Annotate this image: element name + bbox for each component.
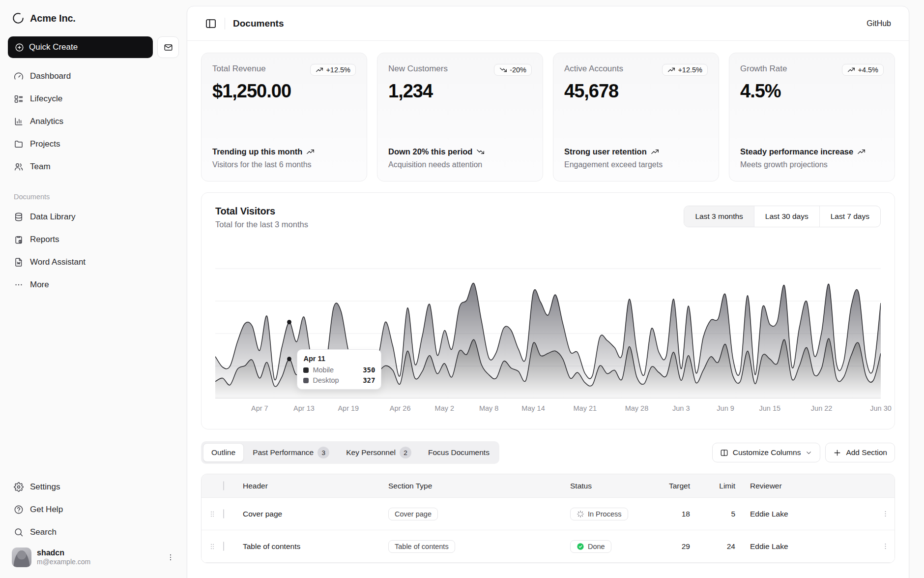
x-tick-jun-22: Jun 22 [811, 404, 833, 412]
stat-card-value: 4.5% [740, 81, 884, 102]
sidebar-item-team[interactable]: Team [8, 155, 179, 178]
x-tick-may-8: May 8 [479, 404, 499, 412]
status-badge: In Process [570, 508, 628, 520]
row-reviewer: Eddie Lake [748, 510, 876, 518]
sidebar-item-word-assistant[interactable]: Word Assistant [8, 251, 179, 274]
user-menu[interactable]: shadcn m@example.com [8, 544, 179, 571]
row-limit: 5 [703, 510, 748, 518]
panel-left-icon[interactable] [205, 18, 217, 30]
tab-count-badge: 2 [400, 447, 411, 458]
visitors-area-chart[interactable]: Apr 11 Mobile 350 Desktop 327 [215, 245, 881, 398]
col-status: Status [568, 482, 662, 490]
row-header[interactable]: Cover page [241, 510, 386, 518]
tab-outline[interactable]: Outline [203, 443, 244, 462]
status-badge: Done [570, 540, 611, 553]
col-section-type: Section Type [386, 482, 568, 490]
series-value: 350 [363, 366, 375, 374]
sidebar-item-data-library[interactable]: Data Library [8, 206, 179, 228]
user-email: m@example.com [37, 558, 161, 567]
x-tick-jun-30: Jun 30 [870, 404, 892, 412]
dots-vertical-icon[interactable] [166, 553, 175, 562]
check-circle-icon [577, 543, 584, 550]
database-icon [14, 212, 24, 222]
stat-card-label: New Customers [388, 64, 448, 74]
col-limit: Limit [703, 482, 748, 490]
tab-past-performance[interactable]: Past Performance 3 [245, 443, 337, 462]
brand[interactable]: Acme Inc. [8, 9, 179, 28]
tooltip-row: Mobile 350 [303, 366, 375, 374]
trend-badge: -20% [494, 64, 532, 76]
sidebar-item-reports[interactable]: Reports [8, 228, 179, 251]
x-axis-ticks: Apr 7Apr 13Apr 19Apr 26May 2May 8May 14M… [215, 401, 881, 416]
stat-footer-subtitle: Meets growth projections [740, 160, 884, 169]
series-value: 327 [363, 376, 375, 384]
github-link[interactable]: GitHub [866, 19, 891, 28]
table-header-row: Header Section Type Status Target Limit … [202, 474, 895, 498]
range-toggle: Last 3 monthsLast 30 daysLast 7 days [684, 206, 881, 227]
clipboard-icon [14, 235, 24, 244]
folder-icon [14, 139, 24, 149]
stat-footer-title: Steady performance increase [740, 146, 853, 157]
range-option-last-7-days[interactable]: Last 7 days [820, 206, 880, 227]
x-tick-apr-7: Apr 7 [251, 404, 268, 412]
help-circle-icon [14, 505, 24, 515]
x-tick-may-21: May 21 [574, 404, 597, 412]
sidebar-item-settings[interactable]: Settings [8, 476, 179, 498]
mail-icon [164, 43, 173, 52]
stat-footer-title: Down 20% this period [388, 146, 472, 157]
row-header[interactable]: Table of contents [241, 542, 386, 551]
col-header: Header [241, 482, 386, 490]
quick-create-button[interactable]: Quick Create [8, 36, 153, 58]
tab-focus-documents[interactable]: Focus Documents [420, 443, 497, 462]
sidebar-item-more[interactable]: More [8, 274, 179, 296]
drag-handle[interactable] [202, 543, 223, 550]
sidebar-item-dashboard[interactable]: Dashboard [8, 65, 179, 88]
sidebar-item-lifecycle[interactable]: Lifecycle [8, 88, 179, 110]
sidebar-group-label: Documents [14, 193, 179, 201]
table-row[interactable]: Cover page Cover page In Process 18 5 Ed… [202, 498, 895, 530]
tab-key-personnel[interactable]: Key Personnel 2 [338, 443, 419, 462]
dots-vertical-icon [881, 542, 890, 550]
logo-icon [12, 12, 25, 25]
stat-card-value: 1,234 [388, 81, 532, 102]
sidebar-item-projects[interactable]: Projects [8, 133, 179, 155]
stat-cards-row: Total Revenue +12.5% $1,250.00 Trending … [201, 53, 895, 182]
quick-create-label: Quick Create [29, 42, 78, 52]
row-menu-button[interactable] [876, 510, 895, 518]
table-row[interactable]: Table of contents Table of contents Done… [202, 530, 895, 563]
inbox-button[interactable] [157, 36, 179, 58]
x-tick-jun-15: Jun 15 [759, 404, 781, 412]
customize-columns-button[interactable]: Customize Columns [712, 443, 821, 462]
x-tick-may-14: May 14 [521, 404, 545, 412]
drag-handle[interactable] [202, 510, 223, 518]
tab-count-badge: 3 [318, 447, 329, 458]
sections-table: Header Section Type Status Target Limit … [201, 474, 895, 563]
sidebar-item-analytics[interactable]: Analytics [8, 110, 179, 133]
sidebar: Acme Inc. Quick Create Dashboard Lifecyc… [0, 0, 187, 578]
trending-up-icon [857, 148, 866, 156]
select-all-checkbox[interactable] [223, 481, 224, 490]
row-target: 18 [662, 510, 703, 518]
row-checkbox[interactable] [223, 542, 224, 551]
sidebar-item-search[interactable]: Search [8, 521, 179, 544]
range-option-last-3-months[interactable]: Last 3 months [684, 206, 754, 227]
trend-badge: +4.5% [842, 64, 884, 76]
stat-footer-subtitle: Visitors for the last 6 months [212, 160, 356, 169]
brand-name: Acme Inc. [30, 13, 76, 24]
add-section-button[interactable]: Add Section [825, 443, 895, 462]
row-checkbox[interactable] [223, 509, 224, 518]
sidebar-item-get-help[interactable]: Get Help [8, 498, 179, 521]
table-body: Cover page Cover page In Process 18 5 Ed… [202, 498, 895, 563]
trend-badge: +12.5% [662, 64, 708, 76]
topbar-divider [225, 18, 225, 30]
main-panel: Documents GitHub Total Revenue +12.5% $1… [187, 6, 909, 578]
layout-list-icon [14, 94, 24, 104]
range-option-last-30-days[interactable]: Last 30 days [754, 206, 820, 227]
sidebar-nav-footer: Settings Get Help Search [8, 476, 179, 544]
stat-card-active-accounts: Active Accounts +12.5% 45,678 Strong use… [553, 53, 719, 182]
trending-down-icon [499, 66, 507, 74]
row-menu-button[interactable] [876, 542, 895, 550]
x-tick-may-2: May 2 [435, 404, 455, 412]
section-tabs: Outline Past Performance 3 Key Personnel… [201, 441, 499, 464]
stat-card-label: Total Revenue [212, 64, 266, 74]
